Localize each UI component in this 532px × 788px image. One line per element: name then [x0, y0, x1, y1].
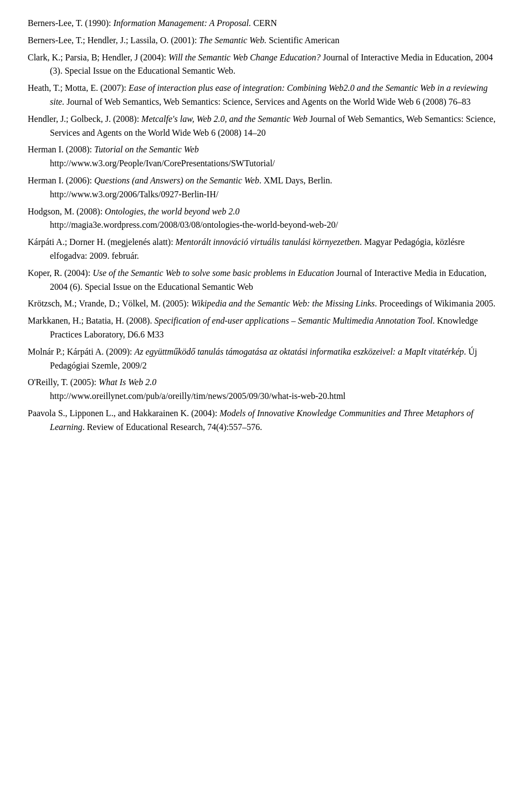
reference-block: Herman I. (2008): Tutorial on the Semant…: [28, 143, 504, 171]
reference-block: Hodgson, M. (2008): Ontologies, the worl…: [28, 205, 504, 233]
reference-block: Markkanen, H.; Batatia, H. (2008). Speci…: [28, 314, 504, 342]
reference-block: Paavola S., Lipponen L., and Hakkarainen…: [28, 407, 504, 434]
reference-block: Berners-Lee, T.; Hendler, J.; Lassila, O…: [28, 34, 504, 48]
reference-block: Kárpáti A.; Dorner H. (megjelenés alatt)…: [28, 236, 504, 263]
ref-title: Ontologies, the world beyond web 2.0: [105, 207, 239, 216]
reference-block: Herman I. (2006): Questions (and Answers…: [28, 174, 504, 202]
ref-authors-date: Clark, K.; Parsia, B; Hendler, J (2004):: [28, 53, 168, 62]
ref-title: Az együttműködő tanulás támogatása az ok…: [134, 347, 464, 356]
ref-title: Wikipedia and the Semantic Web: the Miss…: [191, 299, 375, 308]
ref-title: Specification of end-user applications –…: [154, 316, 432, 325]
ref-title: The Semantic Web.: [199, 35, 267, 45]
ref-source: . XML Days, Berlin.: [259, 176, 332, 185]
reference-block: Heath, T.; Motta, E. (2007): Ease of int…: [28, 81, 504, 109]
ref-authors-date: Markkanen, H.; Batatia, H. (2008).: [28, 316, 154, 325]
ref-authors-date: Kárpáti A.; Dorner H. (megjelenés alatt)…: [28, 237, 176, 247]
ref-source: Scientific American: [267, 35, 340, 45]
reference-block: Hendler, J.; Golbeck, J. (2008): Metcalf…: [28, 112, 504, 140]
ref-authors-date: Hendler, J.; Golbeck, J. (2008):: [28, 114, 141, 124]
ref-source: . Proceedings of Wikimania 2005.: [375, 299, 495, 308]
references-list: Berners-Lee, T. (1990): Information Mana…: [28, 17, 504, 434]
ref-title: Use of the Semantic Web to solve some ba…: [93, 268, 334, 278]
ref-source: . Review of Educational Research, 74(4):…: [83, 422, 262, 432]
ref-authors-date: Berners-Lee, T. (1990):: [28, 18, 113, 28]
ref-authors-date: Koper, R. (2004):: [28, 268, 93, 278]
reference-block: Berners-Lee, T. (1990): Information Mana…: [28, 17, 504, 30]
ref-authors-date: Hodgson, M. (2008):: [28, 207, 105, 216]
ref-authors-date: O'Reilly, T. (2005):: [28, 377, 99, 387]
ref-title: Tutorial on the Semantic Web: [94, 145, 199, 154]
ref-title: Information Management: A Proposal.: [113, 18, 251, 28]
reference-block: Koper, R. (2004): Use of the Semantic We…: [28, 267, 504, 294]
reference-block: Molnár P.; Kárpáti A. (2009): Az együttm…: [28, 345, 504, 373]
ref-authors-date: Herman I. (2008):: [28, 145, 94, 154]
ref-url: http://www.w3.org/People/Ivan/CorePresen…: [50, 157, 275, 171]
ref-title: Will the Semantic Web Change Education?: [168, 53, 320, 62]
reference-block: O'Reilly, T. (2005): What Is Web 2.0 htt…: [28, 376, 504, 403]
reference-block: Clark, K.; Parsia, B; Hendler, J (2004):…: [28, 51, 504, 79]
ref-title: Questions (and Answers) on the Semantic …: [94, 176, 259, 185]
ref-title: Mentorált innováció virtuális tanulási k…: [176, 237, 360, 247]
ref-authors-date: Herman I. (2006):: [28, 176, 94, 185]
ref-source: Journal of Web Semantics, Web Semantics:…: [64, 97, 470, 106]
ref-authors-date: Paavola S., Lipponen L., and Hakkarainen…: [28, 408, 219, 418]
ref-url: http://www.w3.org/2006/Talks/0927-Berlin…: [50, 188, 218, 202]
ref-title: Metcalfe's law, Web 2.0, and the Semanti…: [141, 114, 308, 124]
ref-authors-date: Berners-Lee, T.; Hendler, J.; Lassila, O…: [28, 35, 199, 45]
ref-authors-date: Molnár P.; Kárpáti A. (2009):: [28, 347, 134, 356]
ref-source: CERN: [251, 18, 277, 28]
ref-authors-date: Heath, T.; Motta, E. (2007):: [28, 83, 129, 93]
ref-title: What Is Web 2.0: [99, 377, 156, 387]
ref-url: http://magia3e.wordpress.com/2008/03/08/…: [50, 218, 338, 232]
reference-block: Krötzsch, M.; Vrande, D.; Völkel, M. (20…: [28, 297, 504, 311]
ref-authors-date: Krötzsch, M.; Vrande, D.; Völkel, M. (20…: [28, 299, 191, 308]
ref-url: http://www.oreillynet.com/pub/a/oreilly/…: [50, 390, 346, 403]
